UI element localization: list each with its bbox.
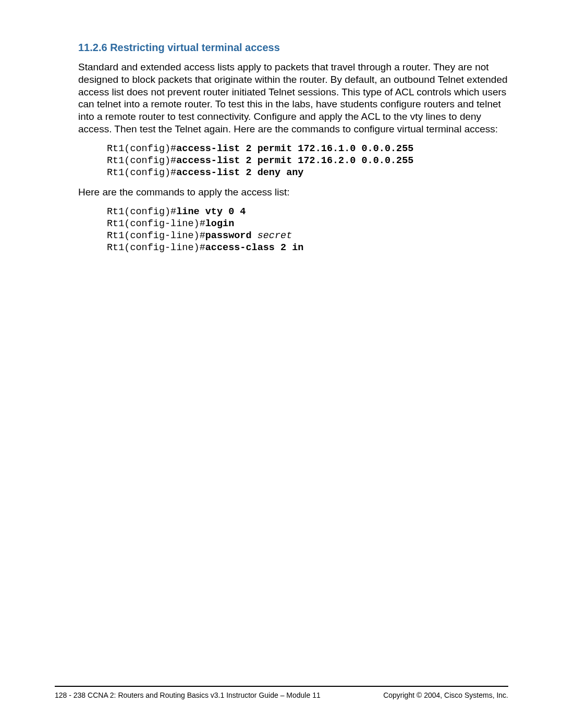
footer-row: 128 - 238 CCNA 2: Routers and Routing Ba… bbox=[55, 691, 508, 699]
code-block-apply: Rt1(config)#line vty 0 4 Rt1(config-line… bbox=[107, 206, 508, 254]
code-command: password bbox=[205, 230, 258, 241]
footer-rule bbox=[55, 686, 508, 687]
section-heading: 11.2.6 Restricting virtual terminal acce… bbox=[78, 42, 508, 54]
footer-right: Copyright © 2004, Cisco Systems, Inc. bbox=[383, 691, 508, 699]
code-prompt: Rt1(config-line)# bbox=[107, 242, 205, 253]
intro-paragraph: Standard and extended access lists apply… bbox=[78, 61, 508, 135]
code-prompt: Rt1(config)# bbox=[107, 167, 176, 178]
code-command: access-list 2 deny any bbox=[176, 167, 303, 178]
code-prompt: Rt1(config)# bbox=[107, 155, 176, 166]
code-command: access-list 2 permit 172.16.1.0 0.0.0.25… bbox=[176, 143, 413, 154]
code-prompt: Rt1(config-line)# bbox=[107, 218, 205, 229]
page-footer: 128 - 238 CCNA 2: Routers and Routing Ba… bbox=[55, 686, 508, 699]
code-command: access-list 2 permit 172.16.2.0 0.0.0.25… bbox=[176, 155, 413, 166]
code-command: line vty 0 4 bbox=[176, 206, 246, 217]
code-block-acl: Rt1(config)#access-list 2 permit 172.16.… bbox=[107, 143, 508, 179]
page: 11.2.6 Restricting virtual terminal acce… bbox=[0, 0, 563, 728]
code-prompt: Rt1(config)# bbox=[107, 143, 176, 154]
code-prompt: Rt1(config)# bbox=[107, 206, 176, 217]
code-command: login bbox=[205, 218, 235, 229]
code-command: access-class 2 in bbox=[205, 242, 304, 253]
code-prompt: Rt1(config-line)# bbox=[107, 230, 205, 241]
second-paragraph: Here are the commands to apply the acces… bbox=[78, 186, 508, 199]
code-argument: secret bbox=[258, 230, 292, 241]
footer-left: 128 - 238 CCNA 2: Routers and Routing Ba… bbox=[55, 691, 321, 699]
